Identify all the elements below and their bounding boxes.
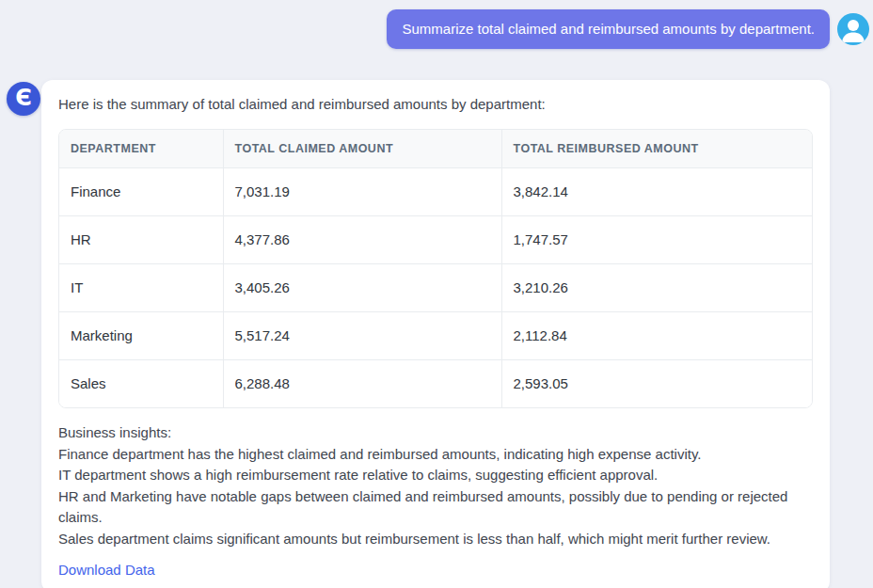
user-avatar[interactable] (837, 13, 869, 45)
table-row: Sales 6,288.48 2,593.05 (59, 360, 812, 408)
summary-table: DEPARTMENT TOTAL CLAIMED AMOUNT TOTAL RE… (58, 129, 813, 408)
intro-text: Here is the summary of total claimed and… (58, 95, 813, 114)
insight-line: HR and Marketing have notable gaps betwe… (58, 486, 813, 529)
column-header-department: DEPARTMENT (59, 130, 223, 168)
cell-reimbursed: 3,210.26 (501, 264, 812, 312)
column-header-total-claimed: TOTAL CLAIMED AMOUNT (223, 130, 501, 168)
cell-department: Finance (59, 168, 223, 216)
cell-claimed: 7,031.19 (223, 168, 501, 216)
column-header-total-reimbursed: TOTAL REIMBURSED AMOUNT (501, 130, 812, 168)
cell-reimbursed: 2,112.84 (501, 312, 812, 360)
cell-department: Sales (59, 360, 223, 408)
assistant-logo-icon: Є (15, 85, 32, 111)
cell-reimbursed: 1,747.57 (501, 216, 812, 264)
cell-claimed: 6,288.48 (223, 360, 501, 408)
business-insights: Business insights: Finance department ha… (58, 422, 813, 549)
table-row: Finance 7,031.19 3,842.14 (59, 168, 812, 216)
user-person-icon (837, 13, 869, 45)
table-header-row: DEPARTMENT TOTAL CLAIMED AMOUNT TOTAL RE… (59, 130, 812, 168)
download-data-link[interactable]: Download Data (58, 562, 155, 578)
assistant-avatar: Є (7, 82, 40, 116)
table-row: HR 4,377.86 1,747.57 (59, 216, 812, 264)
assistant-message-card: Here is the summary of total claimed and… (41, 80, 830, 588)
insight-line: Finance department has the highest claim… (58, 444, 813, 466)
cell-department: IT (59, 264, 223, 312)
assistant-message-row: Є Here is the summary of total claimed a… (0, 80, 873, 588)
table-row: IT 3,405.26 3,210.26 (59, 264, 812, 312)
chat-page: Summarize total claimed and reimbursed a… (0, 0, 873, 588)
user-message-bubble: Summarize total claimed and reimbursed a… (387, 9, 830, 49)
cell-department: HR (59, 216, 223, 264)
cell-department: Marketing (59, 312, 223, 360)
user-message-row: Summarize total claimed and reimbursed a… (0, 0, 873, 49)
insight-line: IT department shows a high reimbursement… (58, 465, 813, 486)
cell-claimed: 4,377.86 (223, 216, 501, 264)
cell-claimed: 3,405.26 (223, 264, 501, 312)
cell-reimbursed: 3,842.14 (501, 168, 812, 216)
insight-line: Sales department claims significant amou… (58, 529, 813, 550)
table-row: Marketing 5,517.24 2,112.84 (59, 312, 812, 360)
cell-reimbursed: 2,593.05 (501, 360, 812, 408)
insights-title: Business insights: (58, 422, 813, 444)
cell-claimed: 5,517.24 (223, 312, 501, 360)
